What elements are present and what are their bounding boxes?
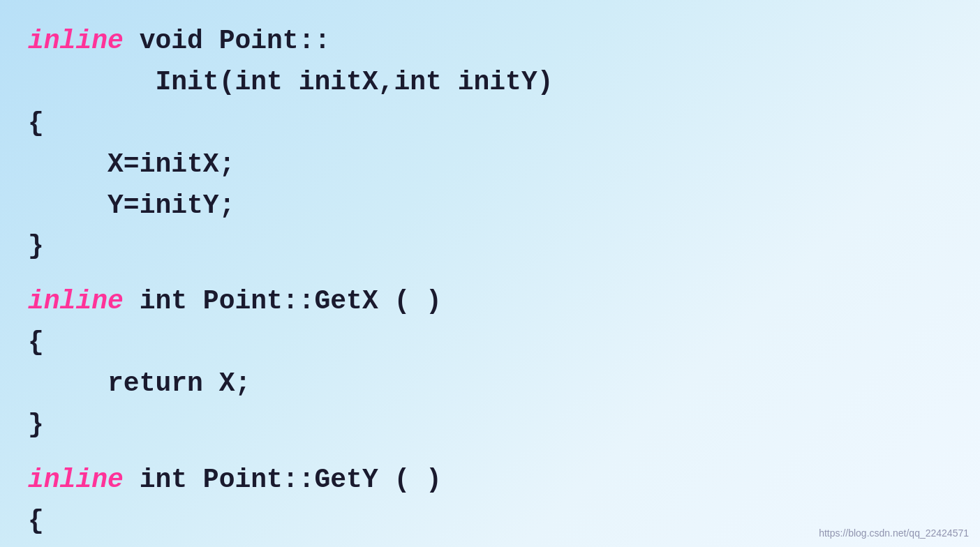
keyword-inline-3: inline — [28, 465, 124, 495]
code-block-1: inline void Point:: Init(int initX,int i… — [28, 21, 952, 267]
code-line-b3l1: inline int Point::GetY ( ) — [28, 460, 952, 501]
code-line-b1l1: inline void Point:: — [28, 21, 952, 62]
code-text-b1l2: Init(int initX,int initY) — [28, 67, 554, 97]
code-line-b2l3: return X; — [28, 364, 952, 405]
watermark: https://blog.csdn.net/qq_22424571 — [819, 527, 969, 539]
code-line-b1l3: { — [28, 103, 952, 144]
code-text-b2l1: int Point::GetX ( ) — [124, 286, 442, 316]
keyword-inline-2: inline — [28, 286, 124, 316]
code-text-b1l1: void Point:: — [124, 26, 330, 56]
code-line-b1l4: X=initX; — [28, 144, 952, 186]
code-text-b3l1: int Point::GetY ( ) — [124, 465, 442, 495]
code-line-b3l3: return Y; — [28, 542, 952, 547]
code-line-b3l2: { — [28, 501, 952, 542]
code-block-3: inline int Point::GetY ( ) { return Y; } — [28, 460, 952, 547]
code-line-b1l2: Init(int initX,int initY) — [28, 62, 952, 103]
keyword-inline-1: inline — [28, 26, 124, 56]
code-line-b1l6: } — [28, 226, 952, 267]
code-line-b2l4: } — [28, 405, 952, 446]
code-line-b1l5: Y=initY; — [28, 186, 952, 227]
code-line-b2l1: inline int Point::GetX ( ) — [28, 281, 952, 322]
code-container: inline void Point:: Init(int initX,int i… — [0, 0, 980, 547]
code-line-b2l2: { — [28, 322, 952, 364]
code-block-2: inline int Point::GetX ( ) { return X; } — [28, 281, 952, 446]
